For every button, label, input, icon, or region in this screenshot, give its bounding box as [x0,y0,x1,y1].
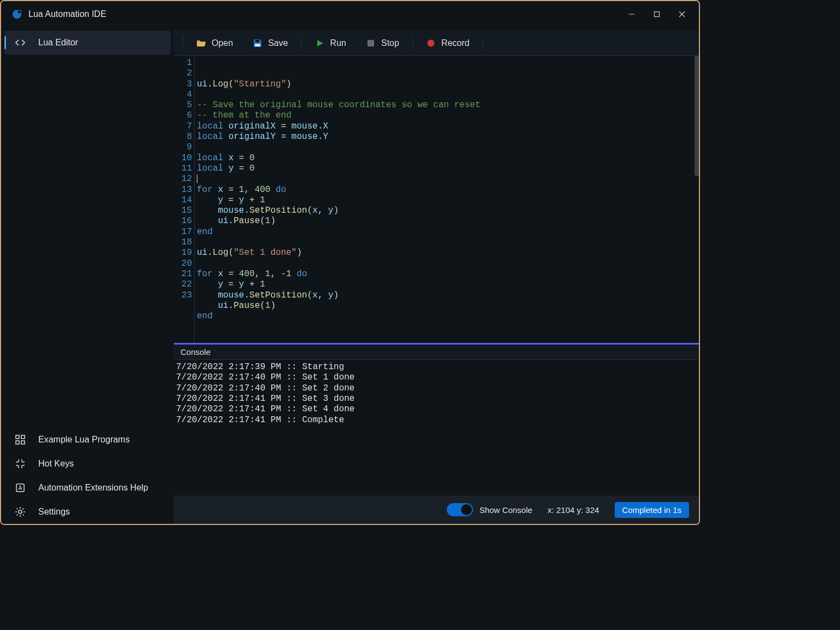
toolbar-label: Open [212,38,233,48]
save-icon [253,38,262,48]
sidebar-item-settings[interactable]: Settings [4,500,171,524]
svg-rect-9 [16,441,19,444]
main-area: Open Save Run Stop [174,27,699,524]
open-button[interactable]: Open [186,33,243,53]
svg-rect-17 [368,40,374,46]
console-title: Console [180,347,211,357]
svg-text:A: A [19,485,22,491]
svg-rect-7 [16,435,19,439]
sidebar-item-label: Automation Extensions Help [38,483,148,493]
sidebar-item-help[interactable]: A Automation Extensions Help [4,476,171,500]
sidebar-item-hotkeys[interactable]: Hot Keys [4,452,171,476]
help-icon: A [14,482,26,494]
gear-icon [14,506,26,518]
statusbar: Show Console x: 2104 y: 324 Completed in… [174,495,699,524]
record-icon [426,38,436,48]
minimize-button[interactable] [619,3,644,25]
show-console-toggle[interactable]: Show Console [447,503,533,516]
toolbar-label: Stop [381,38,399,48]
sidebar-item-label: Hot Keys [38,459,74,469]
folder-open-icon [196,38,206,48]
svg-marker-16 [317,40,323,46]
sidebar-item-label: Lua Editor [38,38,78,48]
console-output[interactable]: 7/20/2022 2:17:39 PM :: Starting7/20/202… [174,360,699,495]
titlebar: Lua Automation IDE [1,1,699,27]
svg-rect-4 [655,12,660,17]
stop-button[interactable]: Stop [356,33,409,53]
toggle-switch-icon[interactable] [447,503,473,516]
toolbar-label: Save [268,38,288,48]
save-button[interactable]: Save [243,33,298,53]
status-badge[interactable]: Completed in 1s [615,502,689,518]
app-title: Lua Automation IDE [28,9,106,19]
svg-rect-14 [255,40,259,42]
code-content[interactable]: ui.Log("Starting") -- Save the original … [195,56,699,343]
sidebar: Lua Editor Example Lua Programs Hot Keys… [1,27,174,524]
code-icon [14,37,26,49]
sidebar-item-label: Settings [38,507,70,517]
console-header: Console [174,345,699,360]
play-icon [315,38,325,48]
grid-icon [14,434,26,446]
svg-rect-8 [21,435,25,439]
toolbar: Open Save Run Stop [174,31,699,56]
app-logo-icon [12,9,22,19]
svg-point-18 [427,39,434,46]
keyboard-icon [14,458,26,470]
svg-point-13 [19,510,22,514]
sidebar-item-examples[interactable]: Example Lua Programs [4,428,171,452]
record-button[interactable]: Record [416,33,480,53]
line-number-gutter: 1234567891011121314151617181920212223 [174,56,195,343]
svg-rect-10 [21,441,25,444]
stop-icon [366,38,376,48]
mouse-coordinates: x: 2104 y: 324 [547,505,599,515]
sidebar-item-label: Example Lua Programs [38,435,130,445]
scrollbar-thumb[interactable] [695,56,699,176]
toolbar-label: Record [441,38,470,48]
svg-point-2 [20,10,21,11]
svg-rect-15 [255,44,260,46]
sidebar-item-lua-editor[interactable]: Lua Editor [4,31,171,55]
toggle-label: Show Console [480,505,533,515]
code-editor[interactable]: 1234567891011121314151617181920212223 ui… [174,56,699,343]
run-button[interactable]: Run [305,33,356,53]
toolbar-label: Run [330,38,346,48]
maximize-button[interactable] [644,3,669,25]
close-button[interactable] [669,3,695,25]
